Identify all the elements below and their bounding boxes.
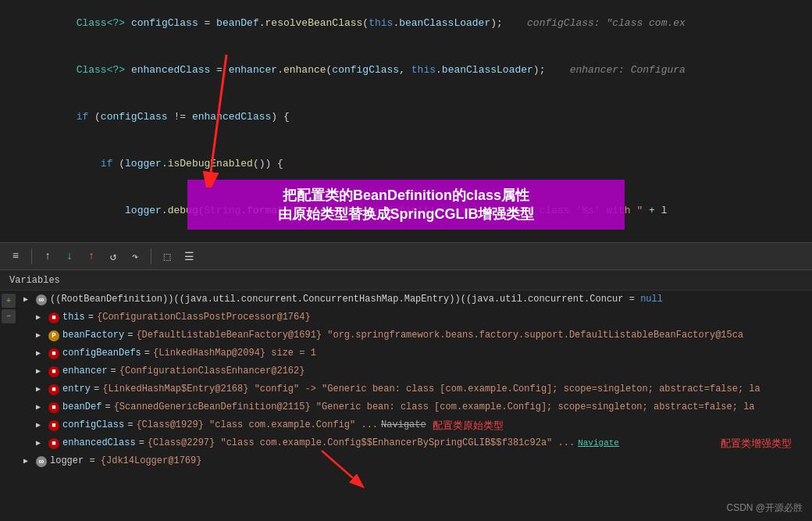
expand-icon-enhancer: ▶ — [36, 364, 45, 379]
var-eq-configclass: = — [127, 418, 133, 433]
var-logger-text: logger = {Jdk14Logger@1769} — [50, 454, 201, 469]
var-name-configbeandefs: configBeanDefs — [62, 346, 141, 361]
var-name-entry: entry — [62, 382, 91, 397]
var-eq-this: = — [88, 310, 94, 325]
code-line-2: Class<?> enhancedClass = enhancer.enhanc… — [0, 47, 812, 94]
var-name-enhancer: enhancer — [62, 364, 108, 379]
var-name-beanfactory: beanFactory — [62, 328, 124, 343]
expand-icon-logger: ▶ — [23, 454, 33, 469]
var-row-enhancer[interactable]: ▶ ■ enhancer = {ConfigurationClassEnhanc… — [17, 362, 812, 380]
var-eq-entry: = — [94, 382, 99, 397]
var-icon-enhancedclass: ■ — [48, 438, 59, 449]
toolbar-evaluate-btn[interactable]: ↷ — [126, 247, 144, 266]
side-buttons: + − — [0, 291, 17, 327]
var-icon-configclass: ■ — [48, 420, 59, 431]
var-icon-beandef: ■ — [48, 402, 59, 413]
toolbar-run-cursor-btn[interactable]: ↺ — [104, 247, 123, 266]
toolbar-separator-1 — [31, 248, 32, 264]
svg-line-1 — [211, 55, 226, 172]
var-eq-enhancedclass: = — [139, 436, 144, 451]
minus-btn[interactable]: − — [2, 309, 16, 323]
var-eq-enhancer: = — [111, 364, 116, 379]
var-row-this[interactable]: ▶ ■ this = {ConfigurationClassPostProces… — [17, 309, 812, 327]
var-eq-configbeandefs: = — [144, 346, 150, 361]
main-container: Class<?> configClass = beanDef.resolveBe… — [0, 0, 812, 521]
var-eq-beandef: = — [105, 400, 110, 415]
debug-toolbar: ≡ ↑ ↓ ↑ ↺ ↷ ⬚ ☰ — [0, 242, 812, 270]
variables-panel: Variables + − ▶ ∞ ((RootBeanDefinition))… — [0, 270, 812, 521]
svg-line-3 — [322, 451, 353, 478]
var-row-enhancedclass[interactable]: ▶ ■ enhancedClass = {Class@2297} "class … — [17, 434, 812, 452]
toolbar-step-over-btn[interactable]: ↑ — [38, 247, 57, 266]
add-var-btn[interactable]: + — [2, 294, 16, 308]
var-row-root[interactable]: ▶ ∞ ((RootBeanDefinition))((java.util.co… — [17, 291, 812, 309]
var-row-entry[interactable]: ▶ ■ entry = {LinkedHashMap$Entry@2168} "… — [17, 380, 812, 398]
expand-icon-configclass: ▶ — [36, 418, 45, 433]
var-icon-enhancer: ■ — [48, 366, 59, 377]
navigate-strike: Navigate — [381, 418, 426, 433]
expand-icon-beanfactory: ▶ — [36, 328, 45, 343]
var-icon-beanfactory: P — [48, 330, 59, 341]
var-val-configclass: {Class@1929} "class com.example.Config" … — [136, 418, 378, 433]
configclass-annotation: 配置类原始类型 — [433, 418, 504, 433]
var-name-configclass: configClass — [62, 418, 124, 433]
var-val-this: {ConfigurationClassPostProcessor@1764} — [97, 310, 311, 325]
annotation-line1: 把配置类的BeanDefinition的class属性 — [203, 186, 609, 205]
var-val-beanfactory: {DefaultListableBeanFactory@1691} "org.s… — [136, 328, 743, 343]
var-icon-logger: ∞ — [36, 456, 47, 467]
var-icon-entry: ■ — [48, 384, 59, 395]
var-row-beandef[interactable]: ▶ ■ beanDef = {ScannedGenericBeanDefinit… — [17, 398, 812, 416]
enhancedclass-annotation: 配置类增强类型 — [721, 436, 792, 451]
expand-icon-this: ▶ — [36, 310, 45, 325]
red-arrow-enhanced-svg — [314, 447, 408, 494]
toolbar-step-out-btn[interactable]: ↑ — [82, 247, 101, 266]
code-line-1: Class<?> configClass = beanDef.resolveBe… — [0, 0, 812, 47]
variables-title: Variables — [9, 275, 60, 286]
code-editor: Class<?> configClass = beanDef.resolveBe… — [0, 0, 812, 242]
expand-icon-beandef: ▶ — [36, 400, 45, 415]
red-arrow-svg — [195, 47, 258, 187]
var-eq-beanfactory: = — [127, 328, 133, 343]
var-val-entry: {LinkedHashMap$Entry@2168} "config" -> "… — [102, 382, 760, 397]
watermark: CSDN @开源必胜 — [726, 501, 803, 515]
expand-icon-root: ▶ — [23, 292, 33, 307]
expand-icon-configbeandefs: ▶ — [36, 346, 45, 361]
var-row-configbeandefs[interactable]: ▶ ■ configBeanDefs = {LinkedHashMap@2094… — [17, 344, 812, 362]
var-val-configbeandefs: {LinkedHashMap@2094} size = 1 — [153, 346, 316, 361]
var-icon-root: ∞ — [36, 294, 47, 305]
var-name-this: this — [62, 310, 85, 325]
navigate-link-enhancedclass[interactable]: Navigate — [578, 436, 619, 451]
var-name-beandef: beanDef — [62, 400, 102, 415]
var-row-logger[interactable]: ▶ ∞ logger = {Jdk14Logger@1769} — [17, 452, 812, 470]
var-val-beandef: {ScannedGenericBeanDefinition@2115} "Gen… — [114, 400, 755, 415]
toolbar-grid-btn[interactable]: ⬚ — [158, 247, 176, 266]
code-line-6: "enhanced class '%s'", entry.getKey(), c… — [0, 234, 812, 242]
variables-header: Variables — [0, 270, 812, 291]
var-name-enhancedclass: enhancedClass — [62, 436, 136, 451]
variables-list: ▶ ∞ ((RootBeanDefinition))((java.util.co… — [0, 291, 812, 470]
toolbar-separator-2 — [151, 248, 151, 264]
toolbar-menu-btn[interactable]: ≡ — [6, 247, 25, 266]
code-line-3: if (configClass != enhancedClass) { — [0, 94, 812, 141]
var-row-configclass[interactable]: ▶ ■ configClass = {Class@1929} "class co… — [17, 416, 812, 434]
var-val-enhancer: {ConfigurationClassEnhancer@2162} — [119, 364, 305, 379]
annotation-line2: 由原始类型替换成SpringCGLIB增强类型 — [203, 205, 609, 223]
var-icon-configbeandefs: ■ — [48, 348, 59, 359]
vars-container: + − ▶ ∞ ((RootBeanDefinition))((java.uti… — [0, 291, 812, 521]
var-root-text: ((RootBeanDefinition))((java.util.concur… — [50, 292, 663, 307]
toolbar-step-into-btn[interactable]: ↓ — [60, 247, 79, 266]
expand-icon-entry: ▶ — [36, 382, 45, 397]
var-row-beanfactory[interactable]: ▶ P beanFactory = {DefaultListableBeanFa… — [17, 327, 812, 344]
expand-icon-enhancedclass: ▶ — [36, 436, 45, 451]
var-icon-this: ■ — [48, 312, 59, 323]
toolbar-list-btn[interactable]: ☰ — [180, 247, 198, 266]
